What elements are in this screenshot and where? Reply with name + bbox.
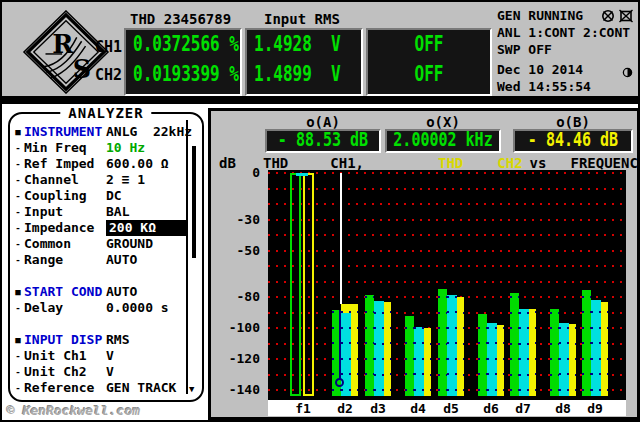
x-tick-label: d7 <box>510 401 536 416</box>
bar-gridline <box>510 389 519 391</box>
bar-gridline <box>414 373 424 375</box>
bar-gridline <box>559 342 569 344</box>
bar-gridline <box>438 358 447 360</box>
menu-item-start-cond[interactable]: ■ START COND AUTO <box>12 284 186 300</box>
bar-gridline <box>414 327 424 329</box>
watermark: © KenRockwell.com <box>7 403 140 418</box>
menu-item-instrument[interactable]: ■ INSTRUMENT ANLG 22kHz <box>12 124 186 140</box>
menu-item-unit-ch2[interactable]: - Unit Ch2 V <box>12 364 186 380</box>
menu-item-value: RMS <box>106 332 186 348</box>
harmonic-bar <box>487 323 497 396</box>
bar-gridline <box>365 373 374 375</box>
thd-ch2-value: 0.0193399 % <box>133 56 239 94</box>
status-indicator-icon <box>622 63 633 82</box>
y-tick-label: -50 <box>210 244 260 258</box>
bar-gridline <box>591 327 601 329</box>
menu-spacer <box>12 268 186 284</box>
y-tick-label: -100 <box>210 321 260 335</box>
bar-gridline <box>414 358 424 360</box>
bar-gridline <box>341 373 351 375</box>
bar-gridline <box>510 312 519 314</box>
bar-gridline <box>365 342 374 344</box>
menu-item-label: Min Freq <box>24 140 106 156</box>
bar-gridline <box>438 327 447 329</box>
title-thd-ch2: THD <box>438 155 463 171</box>
logo-letter-r: R <box>52 29 74 59</box>
menu-item-value: BAL <box>106 204 186 220</box>
bar-gridline <box>519 327 529 329</box>
fundamental-bar-ch2 <box>303 173 314 396</box>
y-tick-label: -80 <box>210 290 260 304</box>
menu-scroll-down-icon[interactable]: ▼ <box>189 384 194 394</box>
bar-gridline <box>550 374 559 376</box>
bar-gridline <box>447 373 457 375</box>
ch2-label: CH2 <box>95 66 122 84</box>
menu-item-delay[interactable]: - Delay 0.0000 s <box>12 300 186 316</box>
menu-item-value: AUTO <box>106 252 186 268</box>
bar-gridline <box>591 311 601 313</box>
bar-gridline <box>510 358 519 360</box>
cursor-marker-line[interactable] <box>339 310 341 379</box>
cursor-line[interactable] <box>340 173 342 304</box>
menu-item-impedance[interactable]: - Impedance 200 KΩ <box>12 220 186 236</box>
x-tick-label: d5 <box>438 401 464 416</box>
harmonic-bar <box>510 293 519 396</box>
x-axis-labels: f1d2d3d4d5d6d7d8d9 <box>268 400 626 416</box>
menu-scrollbar-thumb[interactable] <box>192 146 196 258</box>
bar-gridline <box>341 389 351 391</box>
harmonic-bar <box>414 327 424 396</box>
menu-item-label: Unit Ch2 <box>24 364 106 380</box>
bar-gridline <box>374 312 384 314</box>
bar-gridline <box>447 327 457 329</box>
bar-gridline <box>447 296 457 298</box>
bar-gridline <box>487 342 497 344</box>
menu-item-min-freq[interactable]: - Min Freq 10 Hz <box>12 140 186 156</box>
menu-item-value: GROUND <box>106 236 186 252</box>
bar-gridline <box>487 373 497 375</box>
menu-item-value: ANLG 22kHz <box>106 124 192 140</box>
menu-item-unit-ch1[interactable]: - Unit Ch1 V <box>12 348 186 364</box>
bar-gridline <box>478 342 487 344</box>
bar-gridline <box>550 343 559 345</box>
menu-item-bullet: - <box>12 380 24 396</box>
menu-item-bullet: ■ <box>12 124 24 140</box>
gridline <box>268 265 626 267</box>
menu-item-ref-imped[interactable]: - Ref Imped 600.00 Ω <box>12 156 186 172</box>
menu-item-reference[interactable]: - Reference GEN TRACK <box>12 380 186 396</box>
menu-item-label: INSTRUMENT <box>24 124 106 140</box>
menu-item-label: Coupling <box>24 188 106 204</box>
gridline <box>268 234 626 236</box>
bar-gridline <box>438 296 447 298</box>
bar-gridline <box>438 312 447 314</box>
menu-scrollbar[interactable]: ▼ <box>186 120 200 394</box>
bar-gridline <box>374 327 384 329</box>
menu-item-range[interactable]: - Range AUTO <box>12 252 186 268</box>
menu-item-bullet: - <box>12 348 24 364</box>
bar-gridline <box>374 343 384 345</box>
swp-status: SWP OFF <box>497 42 552 57</box>
menu-item-channel[interactable]: - Channel 2 ≡ 1 <box>12 172 186 188</box>
menu-rows: ■ INSTRUMENT ANLG 22kHz - Min Freq 10 Hz… <box>12 124 186 396</box>
bar-gridline <box>550 312 559 314</box>
bar-gridline <box>510 296 519 298</box>
bar-gridline <box>559 389 569 391</box>
menu-item-common[interactable]: - Common GROUND <box>12 236 186 252</box>
harmonic-bar <box>447 295 457 396</box>
harmonic-bar <box>438 289 447 396</box>
y-tick-label: -120 <box>210 352 260 366</box>
menu-item-label: Unit Ch1 <box>24 348 106 364</box>
menu-item-bullet: - <box>12 252 24 268</box>
bar-gridline <box>365 311 374 313</box>
harmonic-bar <box>519 309 529 396</box>
menu-item-input[interactable]: - Input BAL <box>12 204 186 220</box>
bar-gridline <box>519 374 529 376</box>
bar-gridline <box>438 343 447 345</box>
gen-status: GEN RUNNING <box>497 8 583 23</box>
menu-item-input-disp[interactable]: ■ INPUT DISP RMS <box>12 332 186 348</box>
menu-item-value: AUTO <box>106 284 186 300</box>
harmonic-bar <box>365 295 374 396</box>
x-tick-label: d2 <box>332 401 358 416</box>
bar-gridline <box>582 373 591 375</box>
menu-item-coupling[interactable]: - Coupling DC <box>12 188 186 204</box>
y-tick-label: -140 <box>210 383 260 397</box>
